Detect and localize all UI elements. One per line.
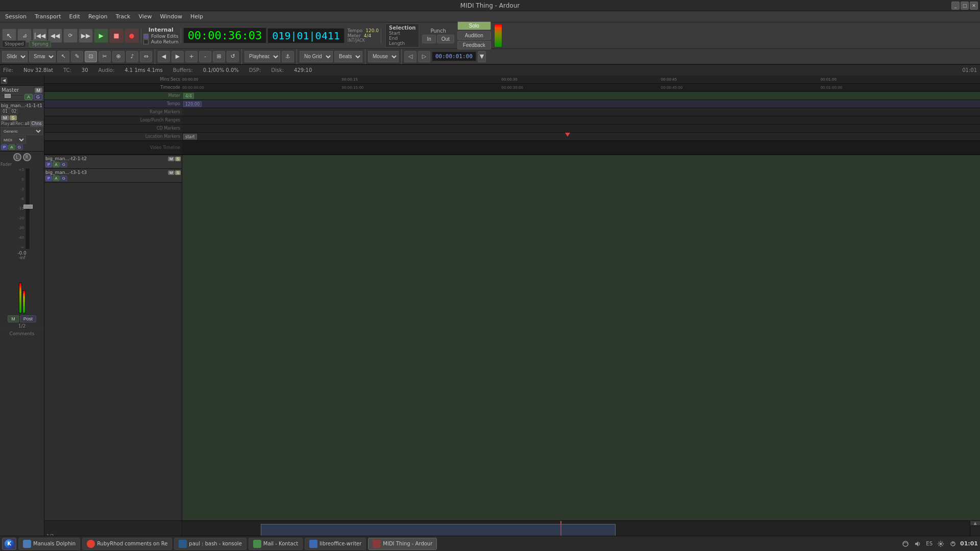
start-button[interactable]: K xyxy=(2,538,16,550)
track1-s-button[interactable]: S xyxy=(10,115,17,120)
fader-area: L R Fader +3 0 -3 -6 -10 -20 xyxy=(0,152,44,551)
power-tray-icon[interactable] xyxy=(949,540,957,548)
task-konsole[interactable]: paul : bash - konsole xyxy=(174,538,246,550)
track3-g-btn[interactable]: G xyxy=(60,176,67,181)
punch-out-button[interactable]: Out xyxy=(437,35,454,43)
play-button[interactable]: ▶ xyxy=(94,29,108,43)
track1-m-button[interactable]: M xyxy=(1,115,9,120)
zoom-in[interactable]: + xyxy=(185,51,198,62)
fader-handle[interactable] xyxy=(23,205,33,209)
tool-draw[interactable]: ✎ xyxy=(71,51,83,62)
track1-chns-button[interactable]: Chns xyxy=(30,121,43,127)
tool-stretch[interactable]: ⇔ xyxy=(140,51,152,62)
disk-value: 429:10 xyxy=(294,67,312,73)
tool-edit[interactable]: ✂ xyxy=(99,51,111,62)
tool-audition[interactable]: ♪ xyxy=(126,51,138,62)
master-g-button[interactable]: G xyxy=(34,94,42,100)
track1-type-select[interactable]: Generic xyxy=(1,127,43,135)
feedback-button[interactable]: Feedback xyxy=(457,41,491,49)
punch-in-button[interactable]: In xyxy=(422,35,435,43)
playhead-mode-select[interactable]: Playhead xyxy=(244,51,280,62)
forward-button[interactable]: ▶▶ xyxy=(79,29,93,43)
post-button[interactable]: Post xyxy=(20,315,36,322)
grid-mode-select[interactable]: No Grid xyxy=(300,51,333,62)
track1-a-button[interactable]: A xyxy=(8,144,15,150)
start-marker[interactable]: start xyxy=(183,134,197,139)
menu-transport[interactable]: Transport xyxy=(32,12,64,21)
zoom-out[interactable]: - xyxy=(199,51,211,62)
next-marker[interactable]: ▷ xyxy=(418,51,430,62)
scroll-up-btn[interactable]: ▲ xyxy=(970,521,980,526)
maximize-button[interactable]: □ xyxy=(961,2,969,10)
track2-p-btn[interactable]: P xyxy=(45,162,52,167)
auto-return-checkbox[interactable]: Auto Return xyxy=(143,39,179,44)
follow-edits-checkbox[interactable]: Follow Edits xyxy=(143,34,178,39)
pan-knob-r[interactable]: R xyxy=(23,153,31,161)
track3-m-btn[interactable]: M xyxy=(168,170,175,175)
tool-pointer[interactable]: ↖ xyxy=(57,51,69,62)
m-button[interactable]: M xyxy=(8,315,19,322)
auto-return-check-icon xyxy=(143,39,149,44)
stop-button[interactable]: ■ xyxy=(109,29,124,43)
task-ardour[interactable]: MIDI Thing - Ardour xyxy=(368,538,437,550)
smart-mode-select[interactable]: Smart xyxy=(29,51,56,62)
track1-p-button[interactable]: P xyxy=(1,144,8,150)
master-fader-track[interactable] xyxy=(25,168,30,249)
db-marker-6: -30 xyxy=(14,226,24,230)
track1-midi-select[interactable]: MIDI xyxy=(1,136,26,144)
ruler-range-markers: Range Markers xyxy=(44,108,980,116)
solo-button[interactable]: Solo xyxy=(457,21,491,30)
ruler-loop-punch: Loop/Punch Ranges xyxy=(44,116,980,124)
master-a-button[interactable]: A xyxy=(24,94,33,100)
time-ticks: 00:00:00 00:00:15 00:00:30 00:00:45 00:0… xyxy=(182,76,980,83)
ruler-video-timeline: Video Timeline xyxy=(44,141,980,155)
volume-tray-icon[interactable] xyxy=(914,540,922,548)
nav-next[interactable]: ▶ xyxy=(172,51,184,62)
track3-s-btn[interactable]: S xyxy=(175,170,181,175)
zoom-fit[interactable]: ⊞ xyxy=(213,51,225,62)
menu-help[interactable]: Help xyxy=(187,12,206,21)
menu-session[interactable]: Session xyxy=(2,12,30,21)
tool-zoom[interactable]: ⊕ xyxy=(112,51,125,62)
track3-header: big_man...-t3-1-t3 M S P A G xyxy=(44,169,182,183)
zoom-undo[interactable]: ↺ xyxy=(227,51,239,62)
menu-window[interactable]: Window xyxy=(157,12,185,21)
audition-button[interactable]: Audition xyxy=(457,31,491,40)
master-m-button[interactable]: M xyxy=(35,88,43,93)
ruler-tempo: Tempo 120.00 xyxy=(44,100,980,108)
edit-mode-select[interactable]: Slide xyxy=(2,51,28,62)
track1-g-button[interactable]: G xyxy=(16,144,23,150)
menu-track[interactable]: Track xyxy=(113,12,134,21)
track3-a-btn[interactable]: A xyxy=(53,176,59,181)
network-tray-icon[interactable] xyxy=(901,540,910,548)
mouse-mode-select[interactable]: Mouse xyxy=(368,51,399,62)
menu-region[interactable]: Region xyxy=(85,12,111,21)
task-libreoffice[interactable]: libreoffice-writer xyxy=(305,538,366,550)
nav-prev[interactable]: ◀ xyxy=(158,51,170,62)
scroll-left-icon[interactable]: ◀ xyxy=(1,78,7,84)
menu-edit[interactable]: Edit xyxy=(66,12,83,21)
track2-s-btn[interactable]: S xyxy=(175,157,181,161)
minimize-button[interactable]: _ xyxy=(951,2,960,10)
pan-knob-l[interactable]: L xyxy=(13,153,21,161)
playhead-lock[interactable]: ⚓ xyxy=(282,51,294,62)
settings-tray-icon[interactable] xyxy=(937,540,945,548)
master-fader-thumb[interactable] xyxy=(5,94,11,98)
task-dolphin[interactable]: Manuals Dolphin xyxy=(18,538,80,550)
track2-a-btn[interactable]: A xyxy=(53,162,59,167)
prev-marker[interactable]: ◁ xyxy=(404,51,416,62)
tool-select[interactable]: ⊡ xyxy=(85,51,97,62)
loop-button[interactable]: ⟳ xyxy=(63,29,78,43)
lang-indicator[interactable]: ES xyxy=(926,541,933,546)
task-rubyrhod[interactable]: RubyRhod comments on Re xyxy=(82,538,172,550)
beats-select[interactable]: Beats xyxy=(334,51,362,62)
timecode-menu[interactable]: ▼ xyxy=(478,51,486,62)
track3-p-btn[interactable]: P xyxy=(45,176,52,181)
track2-m-btn[interactable]: M xyxy=(168,157,175,161)
task-kontact[interactable]: Mail - Kontact xyxy=(249,538,303,550)
record-button[interactable]: ● xyxy=(125,29,139,43)
track2-g-btn[interactable]: G xyxy=(60,162,67,167)
menu-view[interactable]: View xyxy=(135,12,155,21)
tempo-value-display: 120.00 xyxy=(183,101,202,107)
close-button[interactable]: ✕ xyxy=(970,2,978,10)
